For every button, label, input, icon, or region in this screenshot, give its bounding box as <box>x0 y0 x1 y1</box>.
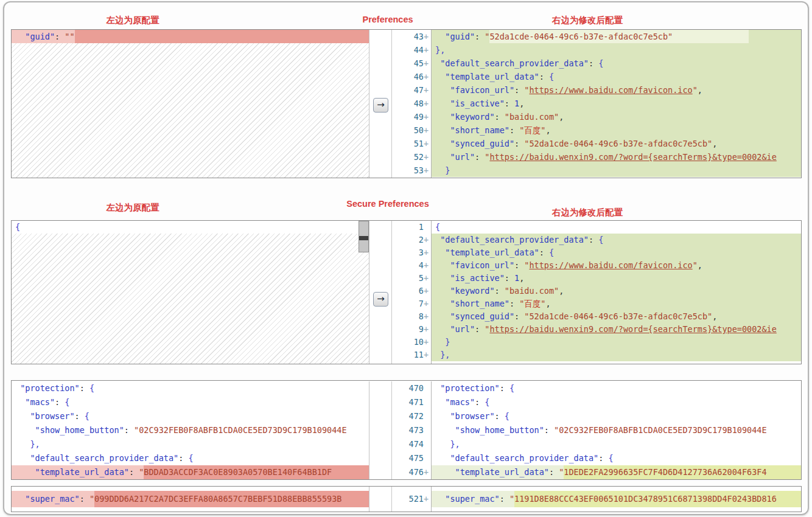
line-number: 45+ <box>392 57 431 70</box>
line-number: 521+ <box>392 491 431 507</box>
code-line: "url": "https://baidu.wenxin9.com/?word=… <box>432 323 801 336</box>
code-line: "keyword": "baidu.com", <box>432 110 801 123</box>
left-pane-caption: 左边为原配置 <box>107 202 159 213</box>
merge-gutter: → <box>369 30 392 178</box>
code-line: "keyword": "baidu.com", <box>432 285 801 297</box>
line-number-column: 43+44+45+46+47+48+49+50+51+52+53+ <box>392 30 432 178</box>
code-line: "template_url_data": { <box>432 70 801 83</box>
code-line: "url": "https://baidu.wenxin9.com/?word=… <box>432 150 801 164</box>
diff-section-preferences: 左边为原配置 Preferences 右边为修改后配置 "guid": "" →… <box>11 10 802 178</box>
section-header: 左边为原配置 Secure Preferences 右边为修改后配置 <box>11 195 802 220</box>
right-pane-caption: 右边为修改后配置 <box>552 207 623 218</box>
merge-right-arrow-icon[interactable]: → <box>373 292 388 307</box>
merge-gutter: → <box>369 221 392 364</box>
line-number: 472 <box>392 409 431 423</box>
code-line: "show_home_button": "02C932FEB0F8ABFB1CD… <box>12 423 369 437</box>
line-number: 1 <box>392 221 431 234</box>
code-line: "macs": { <box>432 395 801 409</box>
line-number: 11+ <box>392 349 431 361</box>
code-line: }, <box>432 349 801 361</box>
line-number: 9+ <box>392 323 431 336</box>
merge-gutter <box>369 381 392 479</box>
line-number: 10+ <box>392 336 431 349</box>
modified-config-pane[interactable]: "protection": { "macs": { "browser": { "… <box>432 381 801 479</box>
line-number: 47+ <box>392 83 431 97</box>
code-line: "super_mac": "1191D8E88CCC43EF0065101DC3… <box>432 491 801 507</box>
code-line: "favicon_url": "https://www.baidu.com/fa… <box>432 259 801 272</box>
empty-region-hatch <box>12 43 369 178</box>
code-line: "synced_guid": "52da1cde-0464-49c6-b37e-… <box>432 137 801 150</box>
code-line: "default_search_provider_data": { <box>12 451 369 465</box>
code-line: "template_url_data": "1DEDE2FA2996635FC7… <box>432 465 801 479</box>
vertical-scrollbar-thumb[interactable] <box>359 221 369 252</box>
line-number: 46+ <box>392 70 431 83</box>
line-number: 52+ <box>392 150 431 164</box>
merge-gutter <box>369 487 392 512</box>
original-config-pane[interactable]: { <box>12 221 369 364</box>
line-number: 50+ <box>392 123 431 137</box>
modified-config-pane[interactable]: { "default_search_provider_data": { "tem… <box>432 221 801 364</box>
code-line: "macs": { <box>12 395 369 409</box>
line-number-column: 470471472473474475476+ <box>392 381 432 479</box>
line-number: 8+ <box>392 310 431 323</box>
code-line: "browser": { <box>432 409 801 423</box>
line-number-column: 521+ <box>392 487 432 512</box>
line-number: 6+ <box>392 285 431 297</box>
code-line: "protection": { <box>432 381 801 395</box>
code-line: "browser": { <box>12 409 369 423</box>
code-line: "short_name": "百度", <box>432 123 801 137</box>
diff-box: { → 12+3+4+5+6+7+8+9+10+11+ { "default_s… <box>11 220 802 364</box>
line-number: 476+ <box>392 465 431 479</box>
diff-box: "guid": "" → 43+44+45+46+47+48+49+50+51+… <box>11 29 802 178</box>
line-number: 48+ <box>392 97 431 110</box>
code-line: "default_search_provider_data": { <box>432 234 801 246</box>
code-line: "favicon_url": "https://www.baidu.com/fa… <box>432 83 801 97</box>
section-header: 左边为原配置 Preferences 右边为修改后配置 <box>11 10 802 29</box>
code-line: }, <box>432 437 801 451</box>
code-line: "is_active": 1, <box>432 272 801 285</box>
diff-section-secure-preferences: 左边为原配置 Secure Preferences 右边为修改后配置 { → 1… <box>11 195 802 364</box>
line-number: 470 <box>392 381 431 395</box>
line-number: 2+ <box>392 234 431 246</box>
line-number: 4+ <box>392 259 431 272</box>
code-line: "default_search_provider_data": { <box>432 451 801 465</box>
code-line: "short_name": "百度", <box>432 297 801 310</box>
line-number: 44+ <box>392 43 431 57</box>
line-number: 53+ <box>392 164 431 177</box>
diff-box: "super_mac": "099DDD6A217C2A7DC3EFFA80A8… <box>11 486 802 512</box>
code-line: }, <box>432 43 801 57</box>
line-number-column: 12+3+4+5+6+7+8+9+10+11+ <box>392 221 432 364</box>
original-config-pane[interactable]: "guid": "" <box>12 30 369 178</box>
original-config-pane[interactable]: "super_mac": "099DDD6A217C2A7DC3EFFA80A8… <box>12 487 369 512</box>
code-line: } <box>432 336 801 349</box>
code-line: "show_home_button": "02C932FEB0F8ABFB1CD… <box>432 423 801 437</box>
code-line: "protection": { <box>12 381 369 395</box>
line-number: 3+ <box>392 246 431 259</box>
line-number: 43+ <box>392 30 431 43</box>
code-line: "super_mac": "099DDD6A217C2A7DC3EFFA80A8… <box>12 491 369 507</box>
code-line: "default_search_provider_data": { <box>432 57 801 70</box>
original-config-pane[interactable]: "protection": { "macs": { "browser": { "… <box>12 381 369 479</box>
code-line: "template_url_data": "BDDAD3ACCDF3AC0E89… <box>12 465 369 479</box>
diff-box: "protection": { "macs": { "browser": { "… <box>11 380 802 480</box>
line-number: 7+ <box>392 297 431 310</box>
file-title-preferences: Preferences <box>362 15 413 24</box>
file-title-secure-preferences: Secure Preferences <box>346 199 429 209</box>
code-line: "guid": "52da1cde-0464-49c6-b37e-afdac0c… <box>432 30 801 43</box>
diff-section-protection-macs: "protection": { "macs": { "browser": { "… <box>11 380 802 480</box>
line-number: 475 <box>392 451 431 465</box>
merge-right-arrow-icon[interactable]: → <box>373 98 388 113</box>
left-pane-caption: 左边为原配置 <box>107 15 159 26</box>
line-number: 51+ <box>392 137 431 150</box>
line-number: 471 <box>392 395 431 409</box>
right-pane-caption: 右边为修改后配置 <box>552 15 623 26</box>
empty-region-hatch <box>12 234 369 364</box>
line-number: 5+ <box>392 272 431 285</box>
modified-config-pane[interactable]: "super_mac": "1191D8E88CCC43EF0065101DC3… <box>432 487 801 512</box>
line-number: 473 <box>392 423 431 437</box>
code-line: "template_url_data": { <box>432 246 801 259</box>
code-line: { <box>12 221 369 234</box>
modified-config-pane[interactable]: "guid": "52da1cde-0464-49c6-b37e-afdac0c… <box>432 30 801 178</box>
code-line: "synced_guid": "52da1cde-0464-49c6-b37e-… <box>432 310 801 323</box>
code-line: "is_active": 1, <box>432 97 801 110</box>
